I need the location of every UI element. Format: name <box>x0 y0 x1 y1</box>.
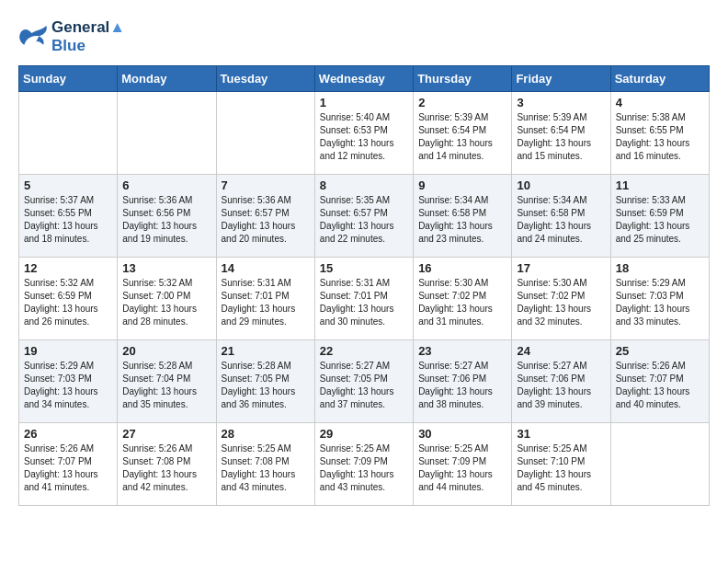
day-info: Sunrise: 5:25 AMSunset: 7:08 PMDaylight:… <box>222 442 310 494</box>
day-info: Sunrise: 5:33 AMSunset: 6:59 PMDaylight:… <box>616 194 704 246</box>
weekday-header-monday: Monday <box>118 65 216 91</box>
day-info: Sunrise: 5:36 AMSunset: 6:56 PMDaylight:… <box>122 194 210 246</box>
day-info: Sunrise: 5:25 AMSunset: 7:10 PMDaylight:… <box>517 442 605 494</box>
day-number: 31 <box>517 427 605 441</box>
day-number: 2 <box>418 96 506 109</box>
day-info: Sunrise: 5:25 AMSunset: 7:09 PMDaylight:… <box>418 442 506 494</box>
week-row-3: 12Sunrise: 5:32 AMSunset: 6:59 PMDayligh… <box>19 257 710 339</box>
day-info: Sunrise: 5:28 AMSunset: 7:04 PMDaylight:… <box>122 360 210 411</box>
day-number: 23 <box>418 344 506 358</box>
day-info: Sunrise: 5:32 AMSunset: 6:59 PMDaylight:… <box>24 277 112 328</box>
calendar-cell <box>118 91 216 174</box>
day-info: Sunrise: 5:25 AMSunset: 7:09 PMDaylight:… <box>320 442 408 494</box>
day-number: 30 <box>418 427 506 441</box>
calendar-cell: 26Sunrise: 5:26 AMSunset: 7:07 PMDayligh… <box>19 422 118 505</box>
calendar-cell: 15Sunrise: 5:31 AMSunset: 7:01 PMDayligh… <box>314 257 413 339</box>
day-number: 29 <box>320 427 408 441</box>
day-info: Sunrise: 5:29 AMSunset: 7:03 PMDaylight:… <box>616 277 704 328</box>
day-info: Sunrise: 5:29 AMSunset: 7:03 PMDaylight:… <box>24 360 112 411</box>
calendar-cell: 3Sunrise: 5:39 AMSunset: 6:54 PMDaylight… <box>512 91 610 174</box>
calendar-cell: 6Sunrise: 5:36 AMSunset: 6:56 PMDaylight… <box>118 174 216 257</box>
day-number: 21 <box>222 344 310 358</box>
day-info: Sunrise: 5:31 AMSunset: 7:01 PMDaylight:… <box>222 277 310 328</box>
logo-text: General▲ Blue <box>51 18 125 56</box>
day-number: 22 <box>320 344 408 358</box>
day-info: Sunrise: 5:27 AMSunset: 7:06 PMDaylight:… <box>418 360 506 411</box>
week-row-5: 26Sunrise: 5:26 AMSunset: 7:07 PMDayligh… <box>19 422 710 505</box>
day-number: 24 <box>517 344 605 358</box>
day-number: 18 <box>616 261 704 275</box>
day-number: 6 <box>122 178 210 192</box>
day-info: Sunrise: 5:38 AMSunset: 6:55 PMDaylight:… <box>616 111 704 163</box>
day-info: Sunrise: 5:31 AMSunset: 7:01 PMDaylight:… <box>320 277 408 328</box>
calendar-cell: 7Sunrise: 5:36 AMSunset: 6:57 PMDaylight… <box>216 174 314 257</box>
calendar-cell: 10Sunrise: 5:34 AMSunset: 6:58 PMDayligh… <box>512 174 610 257</box>
calendar-cell: 13Sunrise: 5:32 AMSunset: 7:00 PMDayligh… <box>118 257 216 339</box>
calendar-cell: 20Sunrise: 5:28 AMSunset: 7:04 PMDayligh… <box>118 339 216 422</box>
day-number: 20 <box>122 344 210 358</box>
calendar-table: SundayMondayTuesdayWednesdayThursdayFrid… <box>18 65 710 506</box>
day-info: Sunrise: 5:35 AMSunset: 6:57 PMDaylight:… <box>320 194 408 246</box>
day-info: Sunrise: 5:26 AMSunset: 7:08 PMDaylight:… <box>122 442 210 494</box>
calendar-cell: 27Sunrise: 5:26 AMSunset: 7:08 PMDayligh… <box>118 422 216 505</box>
calendar-cell: 21Sunrise: 5:28 AMSunset: 7:05 PMDayligh… <box>216 339 314 422</box>
calendar-cell: 11Sunrise: 5:33 AMSunset: 6:59 PMDayligh… <box>610 174 709 257</box>
calendar-cell: 31Sunrise: 5:25 AMSunset: 7:10 PMDayligh… <box>512 422 610 505</box>
weekday-header-sunday: Sunday <box>19 65 118 91</box>
week-row-4: 19Sunrise: 5:29 AMSunset: 7:03 PMDayligh… <box>19 339 710 422</box>
day-number: 27 <box>122 427 210 441</box>
calendar-cell: 28Sunrise: 5:25 AMSunset: 7:08 PMDayligh… <box>216 422 314 505</box>
calendar-cell <box>610 422 709 505</box>
logo: General▲ Blue <box>18 18 125 56</box>
weekday-header-friday: Friday <box>512 65 610 91</box>
day-number: 3 <box>517 96 605 109</box>
weekday-header-wednesday: Wednesday <box>314 65 413 91</box>
calendar-cell: 30Sunrise: 5:25 AMSunset: 7:09 PMDayligh… <box>414 422 512 505</box>
day-info: Sunrise: 5:30 AMSunset: 7:02 PMDaylight:… <box>418 277 506 328</box>
calendar-cell: 19Sunrise: 5:29 AMSunset: 7:03 PMDayligh… <box>19 339 118 422</box>
day-info: Sunrise: 5:34 AMSunset: 6:58 PMDaylight:… <box>517 194 605 246</box>
day-info: Sunrise: 5:30 AMSunset: 7:02 PMDaylight:… <box>517 277 605 328</box>
calendar-cell: 12Sunrise: 5:32 AMSunset: 6:59 PMDayligh… <box>19 257 118 339</box>
calendar-cell <box>19 91 118 174</box>
day-info: Sunrise: 5:39 AMSunset: 6:54 PMDaylight:… <box>517 111 605 163</box>
week-row-1: 1Sunrise: 5:40 AMSunset: 6:53 PMDaylight… <box>19 91 710 174</box>
calendar-cell: 23Sunrise: 5:27 AMSunset: 7:06 PMDayligh… <box>414 339 512 422</box>
calendar-cell: 4Sunrise: 5:38 AMSunset: 6:55 PMDaylight… <box>610 91 709 174</box>
day-info: Sunrise: 5:26 AMSunset: 7:07 PMDaylight:… <box>616 360 704 411</box>
calendar-cell <box>216 91 314 174</box>
day-number: 14 <box>222 261 310 275</box>
day-info: Sunrise: 5:32 AMSunset: 7:00 PMDaylight:… <box>122 277 210 328</box>
day-info: Sunrise: 5:34 AMSunset: 6:58 PMDaylight:… <box>418 194 506 246</box>
day-info: Sunrise: 5:27 AMSunset: 7:05 PMDaylight:… <box>320 360 408 411</box>
weekday-header-tuesday: Tuesday <box>216 65 314 91</box>
day-number: 7 <box>222 178 310 192</box>
day-number: 10 <box>517 178 605 192</box>
calendar-cell: 14Sunrise: 5:31 AMSunset: 7:01 PMDayligh… <box>216 257 314 339</box>
calendar-cell: 29Sunrise: 5:25 AMSunset: 7:09 PMDayligh… <box>314 422 413 505</box>
day-info: Sunrise: 5:40 AMSunset: 6:53 PMDaylight:… <box>320 111 408 163</box>
day-number: 9 <box>418 178 506 192</box>
day-info: Sunrise: 5:26 AMSunset: 7:07 PMDaylight:… <box>24 442 112 494</box>
day-info: Sunrise: 5:37 AMSunset: 6:55 PMDaylight:… <box>24 194 112 246</box>
day-info: Sunrise: 5:39 AMSunset: 6:54 PMDaylight:… <box>418 111 506 163</box>
weekday-header-thursday: Thursday <box>414 65 512 91</box>
calendar-cell: 1Sunrise: 5:40 AMSunset: 6:53 PMDaylight… <box>314 91 413 174</box>
calendar-cell: 5Sunrise: 5:37 AMSunset: 6:55 PMDaylight… <box>19 174 118 257</box>
day-info: Sunrise: 5:28 AMSunset: 7:05 PMDaylight:… <box>222 360 310 411</box>
day-number: 12 <box>24 261 112 275</box>
weekday-header-row: SundayMondayTuesdayWednesdayThursdayFrid… <box>19 65 710 91</box>
calendar-cell: 9Sunrise: 5:34 AMSunset: 6:58 PMDaylight… <box>414 174 512 257</box>
day-number: 4 <box>616 96 704 109</box>
day-number: 1 <box>320 96 408 109</box>
week-row-2: 5Sunrise: 5:37 AMSunset: 6:55 PMDaylight… <box>19 174 710 257</box>
day-number: 5 <box>24 178 112 192</box>
day-number: 15 <box>320 261 408 275</box>
calendar-cell: 16Sunrise: 5:30 AMSunset: 7:02 PMDayligh… <box>414 257 512 339</box>
day-info: Sunrise: 5:27 AMSunset: 7:06 PMDaylight:… <box>517 360 605 411</box>
day-number: 19 <box>24 344 112 358</box>
day-number: 26 <box>24 427 112 441</box>
day-number: 25 <box>616 344 704 358</box>
calendar-cell: 8Sunrise: 5:35 AMSunset: 6:57 PMDaylight… <box>314 174 413 257</box>
page-header: General▲ Blue <box>18 18 710 56</box>
